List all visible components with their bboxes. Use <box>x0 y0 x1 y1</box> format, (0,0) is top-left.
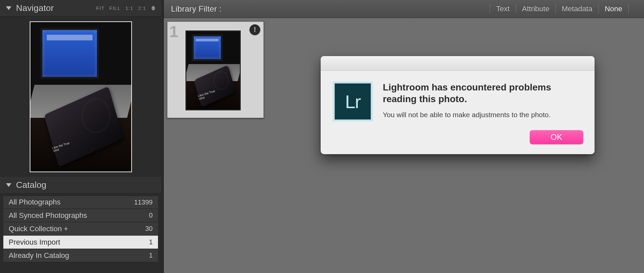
catalog-item-count: 0 <box>149 212 153 219</box>
catalog-item-all-photographs[interactable]: All Photographs 11399 <box>3 196 158 209</box>
zoom-fit[interactable]: FIT <box>96 5 105 11</box>
zoom-2to1[interactable]: 2:1 <box>138 5 146 11</box>
filter-text[interactable]: Text <box>495 5 511 13</box>
navigator-panel-header[interactable]: Navigator FIT FILL 1:1 2:1 <box>0 0 161 17</box>
dialog-message: You will not be able to make adjustments… <box>383 111 583 119</box>
catalog-item-count: 1 <box>149 238 153 246</box>
separator-icon <box>555 5 556 13</box>
catalog-item-label: All Photographs <box>9 198 134 207</box>
thumbnail-index: 1 <box>169 22 178 41</box>
navigator-preview-area: I Am the True Vine <box>0 17 161 177</box>
zoom-stepper[interactable] <box>151 6 155 11</box>
separator-icon <box>516 5 516 13</box>
disclosure-triangle-icon[interactable] <box>6 183 11 187</box>
catalog-item-label: Previous Import <box>9 238 149 247</box>
dialog-heading: Lightroom has encountered problems readi… <box>383 81 583 105</box>
thumbnail-cell[interactable]: 1 ! I Am the True Vine <box>167 21 264 118</box>
warning-badge-icon[interactable]: ! <box>250 24 260 35</box>
chevron-up-icon[interactable] <box>151 6 155 8</box>
dialog-actions: OK <box>321 130 595 154</box>
disclosure-triangle-icon[interactable] <box>6 6 11 10</box>
chevron-down-icon[interactable] <box>151 8 155 11</box>
error-dialog: Lr Lightroom has encountered problems re… <box>321 56 595 154</box>
lightroom-logo-icon: Lr <box>333 81 373 121</box>
dialog-body: Lr Lightroom has encountered problems re… <box>321 71 595 130</box>
zoom-1to1[interactable]: 1:1 <box>125 5 133 11</box>
catalog-item-quick-collection[interactable]: Quick Collection + 30 <box>3 222 158 236</box>
zoom-fill[interactable]: FILL <box>109 5 121 11</box>
catalog-item-already-in-catalog[interactable]: Already In Catalog 1 <box>3 249 158 262</box>
navigator-zoom-controls: FIT FILL 1:1 2:1 <box>96 5 155 11</box>
catalog-item-previous-import[interactable]: Previous Import 1 <box>3 236 158 249</box>
left-sidebar: Navigator FIT FILL 1:1 2:1 I Am the True… <box>0 0 164 273</box>
library-filter-title: Library Filter : <box>171 4 485 14</box>
navigator-preview[interactable]: I Am the True Vine <box>30 21 132 172</box>
filter-none[interactable]: None <box>603 5 624 13</box>
library-filter-bar: Library Filter : Text Attribute Metadata… <box>164 0 644 18</box>
library-filter-options: Text Attribute Metadata None <box>485 5 633 13</box>
catalog-item-label: Quick Collection + <box>9 225 145 233</box>
catalog-item-count: 30 <box>145 225 153 233</box>
filter-attribute[interactable]: Attribute <box>521 5 551 13</box>
navigator-title: Navigator <box>16 3 96 13</box>
thumbnail-image[interactable]: I Am the True Vine <box>185 30 241 110</box>
catalog-item-label: Already In Catalog <box>9 251 149 260</box>
catalog-title: Catalog <box>16 180 155 190</box>
dialog-titlebar[interactable] <box>321 56 595 71</box>
preview-image: I Am the True Vine <box>30 22 131 172</box>
catalog-panel-header[interactable]: Catalog <box>0 177 161 194</box>
thumb-image-content: I Am the True Vine <box>186 31 240 109</box>
catalog-item-count: 1 <box>149 252 153 259</box>
separator-icon <box>490 5 490 13</box>
catalog-list: All Photographs 11399 All Synced Photogr… <box>0 194 161 266</box>
catalog-item-label: All Synced Photographs <box>9 211 149 220</box>
catalog-item-all-synced[interactable]: All Synced Photographs 0 <box>3 209 158 222</box>
dialog-text: Lightroom has encountered problems readi… <box>383 81 583 121</box>
separator-icon <box>598 5 599 13</box>
filter-metadata[interactable]: Metadata <box>560 5 594 13</box>
lightroom-logo-text: Lr <box>345 91 360 112</box>
catalog-item-count: 11399 <box>134 199 153 206</box>
ok-button[interactable]: OK <box>530 130 583 144</box>
main-area: Library Filter : Text Attribute Metadata… <box>164 0 644 273</box>
separator-icon <box>628 5 629 13</box>
